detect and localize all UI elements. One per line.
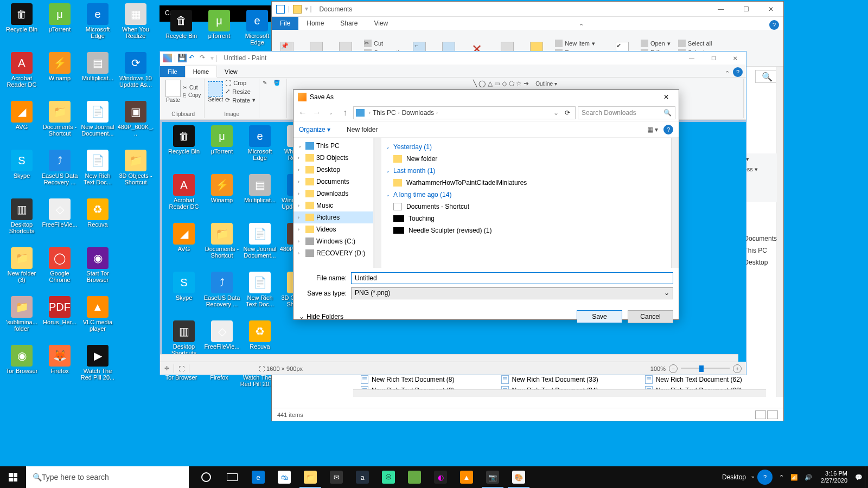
recent-dropdown[interactable]: ⌄ (325, 107, 337, 119)
taskbar-explorer[interactable]: 📁 (297, 466, 323, 488)
select-all-button[interactable]: Select all (678, 40, 719, 47)
explorer-titlebar[interactable]: | ▾ | Documents ― ☐ ✕ (272, 2, 783, 17)
help-icon[interactable]: ? (733, 67, 743, 77)
fill-tool[interactable]: 🪣 (273, 80, 283, 89)
notifications-icon[interactable]: 💬 (853, 466, 865, 488)
cortana-button[interactable] (193, 466, 219, 488)
desktop-icon-documents-shortcut[interactable]: 📁Documents - Shortcut (41, 101, 78, 137)
desktop-icon-recycle-bin[interactable]: 🗑Recycle Bin (165, 125, 202, 155)
desktop-icon--sublimina-folder[interactable]: 📁'sublimina... folder (3, 296, 40, 332)
list-item[interactable]: WarhammerHowToPaintCitadelMiniatures (386, 177, 667, 189)
tree-scrollbar[interactable] (374, 138, 381, 268)
taskbar-edge[interactable]: e (245, 466, 271, 488)
minimize-button[interactable]: ― (681, 52, 703, 65)
dialog-titlebar[interactable]: Save As ✕ (293, 90, 679, 104)
tree-recovery-d-[interactable]: ›RECOVERY (D:) (293, 247, 373, 259)
desktop-icon-new-journal-document[interactable]: 📄New Journal Document... (241, 223, 278, 259)
shapes-gallery[interactable]: ╲ ◯ △ ▭ ◇ ⬠ ☆ ➜ (473, 80, 529, 87)
cut-button[interactable]: ✂Cut (364, 40, 401, 47)
desktop-icon-google-chrome[interactable]: ◯Google Chrome (41, 247, 78, 283)
desktop-icon-recuva[interactable]: ♻Recuva (79, 198, 116, 228)
back-button[interactable]: ← (297, 107, 309, 119)
taskbar-camera[interactable]: 📷 (480, 466, 506, 488)
search-input[interactable]: Search Downloads 🔍 (578, 106, 675, 119)
cancel-button[interactable]: Cancel (628, 310, 673, 323)
group-header[interactable]: ⌄A long time ago (14) (386, 191, 667, 198)
desktop-icon-horus-her-[interactable]: PDFHorus_Her... (41, 296, 78, 325)
file-item[interactable]: New Rich Text Document (62) (643, 374, 744, 385)
show-desktop[interactable] (865, 466, 868, 488)
select-tool[interactable] (208, 81, 223, 97)
desktop-icon-avg[interactable]: ◢AVG (165, 223, 202, 252)
desktop-icon-new-rich-text-doc-[interactable]: 📄New Rich Text Doc... (241, 272, 278, 307)
zoom-out[interactable]: − (669, 364, 678, 373)
desktop-icon-new-folder-3-[interactable]: 📁New folder (3) (3, 247, 40, 283)
nav-documents[interactable]: Documents (744, 235, 777, 242)
desktop-icon-watch-the-red-pill-2[interactable]: ▶Watch The Red Pill 20... (79, 345, 116, 381)
tab-view[interactable]: View (366, 17, 396, 30)
desktop-icon-winamp[interactable]: ⚡Winamp (41, 52, 78, 81)
taskbar-mail[interactable]: ✉ (323, 466, 349, 488)
desktop-icon-easeus-data-recovery[interactable]: ⤴EaseUS Data Recovery ... (203, 272, 240, 307)
desktop-icon-desktop-shortcuts[interactable]: ▥Desktop Shortcuts (3, 198, 40, 234)
nav-tree[interactable]: ⌄This PC›3D Objects›Desktop›Documents›Do… (293, 138, 374, 268)
copy-button[interactable]: ⎘ Copy (183, 92, 201, 98)
tree-downloads[interactable]: ›Downloads (293, 188, 373, 200)
tab-view[interactable]: View (217, 66, 245, 77)
qat-icon[interactable] (276, 5, 285, 14)
desktop-icon--torrent[interactable]: μμTorrent (41, 3, 78, 33)
undo-icon[interactable]: ↶ (189, 54, 197, 62)
crop-button[interactable]: ⛶ Crop (225, 80, 255, 86)
refresh-button[interactable]: ⟳ (562, 109, 573, 117)
new-folder-button[interactable]: New folder (347, 126, 378, 133)
tree-videos[interactable]: ›Videos (293, 223, 373, 235)
maximize-button[interactable]: ☐ (733, 2, 758, 17)
nav-this-pc[interactable]: This PC (744, 247, 777, 254)
desktop-icon-480p-600k-[interactable]: ▣480P_600K_... (117, 101, 154, 137)
save-icon[interactable]: 💾 (178, 54, 187, 62)
tree-windows-c-[interactable]: ›Windows (C:) (293, 235, 373, 247)
desktop-icon-desktop-shortcuts[interactable]: ▥Desktop Shortcuts (165, 320, 202, 356)
taskbar-app2[interactable]: ◐ (427, 466, 454, 488)
outline-button[interactable]: Outline ▾ (535, 81, 557, 87)
breadcrumb-folder[interactable]: Downloads (402, 109, 434, 117)
taskbar-amazon[interactable]: a (349, 466, 375, 488)
desktop-icon-new-journal-document[interactable]: 📄New Journal Document... (79, 101, 116, 137)
organize-button[interactable]: Organize ▾ (299, 126, 330, 133)
desktop-icon-windows-10-update-as[interactable]: ⟳Windows 10 Update As... (117, 52, 154, 88)
tab-home[interactable]: Home (298, 17, 332, 30)
desktop-icon-microsoft-edge[interactable]: eMicrosoft Edge (79, 3, 116, 39)
desktop-icon-winamp[interactable]: ⚡Winamp (203, 174, 240, 203)
clock[interactable]: 3:16 PM 2/27/2020 (815, 470, 853, 484)
redo-icon[interactable]: ↷ (200, 54, 208, 62)
open-button[interactable]: Open ▾ (641, 40, 671, 47)
filename-input[interactable] (351, 272, 673, 284)
desktop-icon-when-you-realize[interactable]: ▦When You Realize (117, 3, 154, 39)
close-button[interactable]: ✕ (758, 2, 783, 17)
filetype-dropdown[interactable]: PNG (*.png)⌄ (351, 287, 673, 299)
desktop-icon-3d-objects-shortcut[interactable]: 📁3D Objects - Shortcut (117, 150, 154, 185)
taskbar-tripadvisor[interactable]: ⦾ (375, 466, 401, 488)
zoom-slider[interactable] (681, 368, 730, 369)
group-header[interactable]: ⌄Last month (1) (386, 167, 667, 175)
tab-file[interactable]: File (272, 17, 298, 30)
close-button[interactable]: ✕ (724, 52, 746, 65)
desktop-icon-new-rich-text-doc-[interactable]: 📄New Rich Text Doc... (79, 150, 116, 185)
zoom-in[interactable]: + (733, 364, 742, 373)
desktop-icon-freefilevie-[interactable]: ◇FreeFileVie... (203, 320, 240, 350)
desktop-toolbar[interactable]: Desktop (722, 473, 746, 481)
volume-icon[interactable]: 🔊 (801, 474, 815, 481)
canvas-scroll-h[interactable] (160, 354, 738, 362)
taskbar-app1[interactable] (401, 466, 427, 488)
resize-button[interactable]: ⤢ Resize (225, 88, 255, 95)
tree-pictures[interactable]: ›Pictures (293, 211, 373, 223)
tab-file[interactable]: File (160, 66, 185, 77)
tree-desktop[interactable]: ›Desktop (293, 164, 373, 176)
tab-home[interactable]: Home (185, 66, 217, 78)
cut-button[interactable]: ✂ Cut (183, 85, 201, 91)
desktop-icon-skype[interactable]: SSkype (3, 150, 40, 179)
group-header[interactable]: ⌄Yesterday (1) (386, 143, 667, 151)
taskbar-paint[interactable]: 🎨 (506, 466, 532, 488)
maximize-button[interactable]: ☐ (703, 52, 724, 65)
hide-folders-button[interactable]: ⌄Hide Folders (299, 313, 343, 320)
